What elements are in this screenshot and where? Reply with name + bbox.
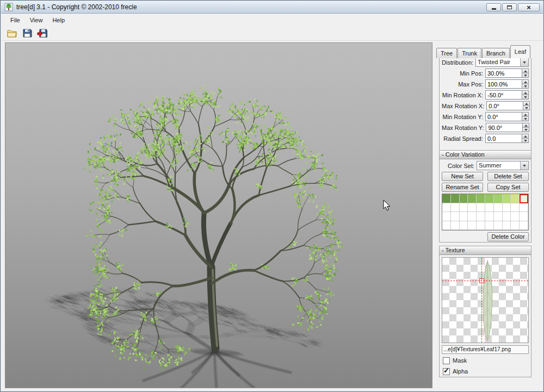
delete-set-button[interactable]: Delete Set [487,172,529,181]
swatch-cell[interactable] [494,203,503,213]
spin-down[interactable] [522,139,529,143]
mask-checkbox[interactable]: Mask [443,356,529,365]
spin-up[interactable] [522,79,529,84]
swatch-cell[interactable] [468,203,477,213]
swatch-cell[interactable] [477,212,485,221]
max-pos-input[interactable] [485,79,522,89]
swatch-cell[interactable] [460,221,468,231]
swatch-cell[interactable] [511,203,520,213]
swatch-cell[interactable] [511,212,520,221]
swatch-cell[interactable] [520,194,528,203]
swatch-cell[interactable] [451,194,460,203]
tab-tree[interactable]: Tree [436,48,457,58]
spin-down[interactable] [522,117,529,121]
swatch-cell[interactable] [451,221,460,231]
distribution-combobox[interactable]: Twisted Pair [475,58,529,67]
swatch-cell[interactable] [503,194,511,203]
alpha-checkbox-box[interactable] [443,368,450,375]
tab-leaf[interactable]: Leaf [510,45,530,58]
close-button[interactable]: × [518,3,540,11]
save-button[interactable] [21,27,33,39]
swatch-cell[interactable] [494,212,503,221]
swatch-cell[interactable] [494,194,503,203]
spin-down[interactable] [522,128,529,132]
tab-branch[interactable]: Branch [482,48,510,58]
max-rotation-y-label: Max Rotation Y: [442,125,484,131]
texture-path[interactable]: ...e[d]¥Textures¥Leaf17.png [442,345,529,354]
swatch-cell[interactable] [511,194,520,203]
spin-up[interactable] [522,69,529,73]
swatch-cell[interactable] [477,221,485,231]
swatch-cell[interactable] [503,203,511,213]
max-rotation-x-input[interactable] [486,101,523,110]
swatch-cell[interactable] [468,221,477,231]
swatch-cell[interactable] [520,212,528,221]
rename-set-button[interactable]: Rename Set [442,183,483,192]
swatch-cell[interactable] [503,221,511,231]
delete-color-button[interactable]: Delete Color [487,232,529,241]
swatch-cell[interactable] [442,194,451,203]
leaf-parameters-group: Distribution: Twisted Pair Min Pos: [439,58,531,151]
min-rotation-x-input[interactable] [485,90,522,99]
swatch-cell[interactable] [520,203,528,213]
swatch-cell[interactable] [451,203,460,213]
texture-preview[interactable] [442,257,529,343]
swatch-cell[interactable] [520,221,528,231]
swatch-cell[interactable] [477,203,485,213]
max-rotation-y-input[interactable] [486,123,522,132]
copy-set-button[interactable]: Copy Set [487,183,529,192]
maximize-button[interactable] [502,3,517,11]
toolbar [1,26,543,41]
swatch-cell[interactable] [485,194,494,203]
swatch-cell[interactable] [460,203,468,213]
swatch-cell[interactable] [494,221,503,231]
spin-down[interactable] [522,95,529,99]
min-pos-input[interactable] [485,69,522,78]
alpha-checkbox[interactable]: Alpha [443,367,529,376]
swatch-cell[interactable] [460,194,468,203]
swatch-cell[interactable] [485,221,494,231]
swatch-cell[interactable] [468,212,477,221]
swatch-cell[interactable] [485,203,494,213]
color-set-value: Summer [477,161,520,170]
swatch-cell[interactable] [442,212,451,221]
swatch-cell[interactable] [477,194,485,203]
spin-down[interactable] [523,106,530,110]
minimize-button[interactable] [486,3,501,11]
swatch-cell[interactable] [460,212,468,221]
spin-up[interactable] [522,90,529,95]
dropdown-arrow-icon[interactable] [520,58,528,66]
swatch-cell[interactable] [511,221,520,231]
dropdown-arrow-icon[interactable] [520,161,528,170]
texture-header[interactable]: - Texture [440,246,531,255]
spin-up[interactable] [522,123,529,128]
swatch-cell[interactable] [485,212,494,221]
tree-render-canvas[interactable] [5,43,432,388]
swatch-cell[interactable] [451,212,460,221]
min-rotation-y-input[interactable] [485,112,522,121]
max-rotation-y-field [486,123,529,132]
mask-checkbox-box[interactable] [443,357,450,364]
tab-trunk[interactable]: Trunk [458,48,481,58]
title-bar[interactable]: tree[d] 3.1 - Copyright © 2002-2010 frec… [1,1,543,14]
radial-spread-input[interactable] [485,134,522,143]
spin-up[interactable] [523,101,530,106]
menu-file[interactable]: File [5,15,25,25]
new-set-button[interactable]: New Set [442,172,483,181]
spin-down[interactable] [522,84,529,89]
viewport-3d[interactable] [5,42,432,388]
menu-view[interactable]: View [25,15,48,25]
spin-up[interactable] [522,112,529,117]
color-variation-header[interactable]: - Color Variation [440,151,531,159]
color-set-combobox[interactable]: Summer [477,161,529,170]
swatch-cell[interactable] [442,203,451,213]
export-button[interactable] [36,27,48,39]
spin-down[interactable] [522,73,529,78]
swatch-cell[interactable] [503,212,511,221]
menu-help[interactable]: Help [47,15,70,25]
spin-up[interactable] [522,134,529,139]
swatch-cell[interactable] [442,221,451,231]
open-button[interactable] [6,27,18,39]
swatch-cell[interactable] [468,194,477,203]
pivot-anchor-marker[interactable] [479,278,484,283]
